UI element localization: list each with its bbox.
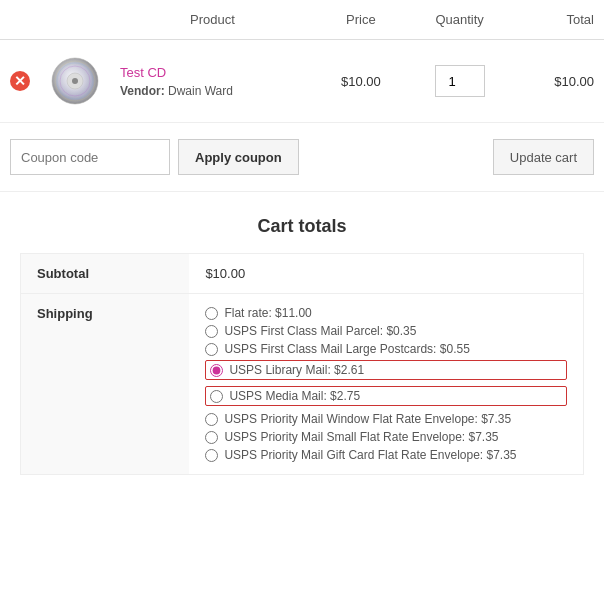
subtotal-label: Subtotal bbox=[21, 254, 190, 294]
shipping-option-label[interactable]: USPS Priority Mail Gift Card Flat Rate E… bbox=[224, 448, 516, 462]
vendor-info: Vendor: Dwain Ward bbox=[120, 84, 305, 98]
cart-totals-title: Cart totals bbox=[20, 216, 584, 237]
shipping-radio-usps_priority_window[interactable] bbox=[205, 413, 218, 426]
product-price: $10.00 bbox=[315, 40, 406, 123]
coupon-section: Apply coupon bbox=[10, 139, 299, 175]
product-total: $10.00 bbox=[513, 40, 604, 123]
shipping-radio-usps_media_mail[interactable] bbox=[210, 390, 223, 403]
shipping-option: USPS Priority Mail Window Flat Rate Enve… bbox=[205, 412, 567, 426]
remove-item-button[interactable]: ✕ bbox=[10, 71, 30, 91]
col-header-price: Price bbox=[315, 0, 406, 40]
subtotal-row: Subtotal $10.00 bbox=[21, 254, 584, 294]
col-header-total: Total bbox=[513, 0, 604, 40]
cart-totals-section: Cart totals Subtotal $10.00 Shipping Fla… bbox=[0, 216, 604, 475]
table-row: ✕ bbox=[0, 40, 604, 123]
apply-coupon-button[interactable]: Apply coupon bbox=[178, 139, 299, 175]
vendor-name: Dwain Ward bbox=[168, 84, 233, 98]
shipping-row: Shipping Flat rate: $11.00USPS First Cla… bbox=[21, 294, 584, 475]
shipping-option: USPS Media Mail: $2.75 bbox=[205, 386, 567, 406]
shipping-option-label[interactable]: USPS Priority Mail Window Flat Rate Enve… bbox=[224, 412, 511, 426]
coupon-input[interactable] bbox=[10, 139, 170, 175]
shipping-option: Flat rate: $11.00 bbox=[205, 306, 567, 320]
update-cart-button[interactable]: Update cart bbox=[493, 139, 594, 175]
shipping-radio-flat_rate[interactable] bbox=[205, 307, 218, 320]
shipping-option-label[interactable]: USPS Media Mail: $2.75 bbox=[229, 389, 360, 403]
shipping-option-label[interactable]: Flat rate: $11.00 bbox=[224, 306, 311, 320]
shipping-option: USPS First Class Mail Large Postcards: $… bbox=[205, 342, 567, 356]
shipping-radio-usps_library_mail[interactable] bbox=[210, 364, 223, 377]
shipping-options: Flat rate: $11.00USPS First Class Mail P… bbox=[205, 306, 567, 462]
shipping-radio-usps_priority_small[interactable] bbox=[205, 431, 218, 444]
vendor-label: Vendor: bbox=[120, 84, 165, 98]
cart-table: Product Price Quantity Total ✕ bbox=[0, 0, 604, 123]
shipping-option-label[interactable]: USPS First Class Mail Parcel: $0.35 bbox=[224, 324, 416, 338]
product-image bbox=[50, 56, 100, 106]
product-name-link[interactable]: Test CD bbox=[120, 65, 166, 80]
shipping-option-label[interactable]: USPS First Class Mail Large Postcards: $… bbox=[224, 342, 469, 356]
shipping-option-label[interactable]: USPS Library Mail: $2.61 bbox=[229, 363, 364, 377]
shipping-label: Shipping bbox=[21, 294, 190, 475]
shipping-option-label[interactable]: USPS Priority Mail Small Flat Rate Envel… bbox=[224, 430, 498, 444]
shipping-option: USPS First Class Mail Parcel: $0.35 bbox=[205, 324, 567, 338]
shipping-option: USPS Library Mail: $2.61 bbox=[205, 360, 567, 380]
svg-point-3 bbox=[72, 78, 78, 84]
shipping-option: USPS Priority Mail Small Flat Rate Envel… bbox=[205, 430, 567, 444]
quantity-input[interactable] bbox=[435, 65, 485, 97]
shipping-radio-usps_first_class_large[interactable] bbox=[205, 343, 218, 356]
subtotal-value: $10.00 bbox=[189, 254, 583, 294]
coupon-row: Apply coupon Update cart bbox=[0, 123, 604, 192]
shipping-radio-usps_priority_gift[interactable] bbox=[205, 449, 218, 462]
shipping-radio-usps_first_class_parcel[interactable] bbox=[205, 325, 218, 338]
col-header-quantity: Quantity bbox=[406, 0, 513, 40]
totals-table: Subtotal $10.00 Shipping Flat rate: $11.… bbox=[20, 253, 584, 475]
col-header-product: Product bbox=[110, 0, 315, 40]
shipping-option: USPS Priority Mail Gift Card Flat Rate E… bbox=[205, 448, 567, 462]
